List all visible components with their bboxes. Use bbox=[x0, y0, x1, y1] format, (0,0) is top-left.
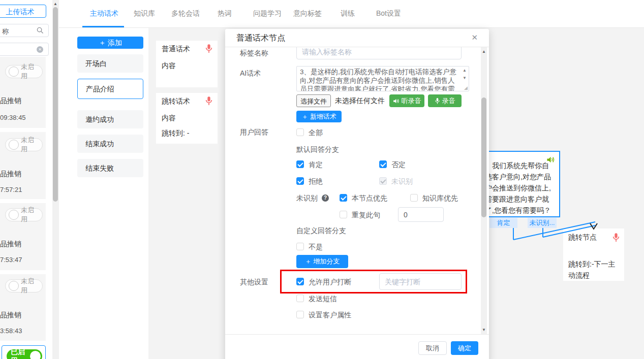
dialog-scrollbar[interactable]: ▲ ▼ bbox=[481, 47, 487, 334]
node-card-content: 内容 bbox=[162, 114, 176, 123]
mic-icon[interactable] bbox=[205, 96, 213, 106]
clear-icon[interactable]: ✕ bbox=[37, 46, 43, 53]
jump-node-title: 跳转节点 bbox=[568, 233, 597, 242]
plus-icon: ＋ bbox=[305, 257, 312, 265]
checkbox-repeat-label[interactable]: 重复此句 bbox=[352, 211, 380, 220]
jump-node-target: 跳转到:-下一主 bbox=[568, 260, 616, 269]
enable-toggle[interactable]: 未启用 bbox=[5, 65, 43, 78]
script-card-name: 品推销 bbox=[0, 96, 21, 106]
tab-question-learning[interactable]: 问题学习 bbox=[253, 9, 282, 18]
checkbox-kb-first-label[interactable]: 知识库优先 bbox=[422, 194, 458, 203]
listen-recording-button[interactable]: 听录音 bbox=[389, 94, 424, 107]
add-branch-button[interactable]: ＋ 增加分支 bbox=[296, 255, 348, 268]
tab-intent-label[interactable]: 意向标签 bbox=[293, 9, 322, 18]
script-card-name: 品推销 bbox=[0, 170, 21, 179]
enable-toggle[interactable]: 未启用 bbox=[5, 279, 43, 292]
script-card[interactable]: 未启用 品推销 3:58:43 bbox=[0, 274, 46, 341]
textarea-resize-handle[interactable]: ◢ bbox=[464, 85, 468, 90]
stage-item-end-fail[interactable]: 结束失败 bbox=[77, 159, 143, 177]
repeat-count-input[interactable] bbox=[398, 207, 444, 222]
confirm-button[interactable]: 确定 bbox=[451, 341, 478, 355]
stage-item-end-success[interactable]: 结束成功 bbox=[77, 135, 143, 153]
node-card-jump-target: 跳转到: - bbox=[162, 129, 189, 138]
plus-icon: ＋ bbox=[99, 39, 106, 47]
script-card[interactable]: 未启用 品推销 7:57:21 bbox=[0, 132, 46, 199]
node-card-normal[interactable]: 普通话术 内容 bbox=[156, 41, 218, 87]
choose-file-button[interactable]: 选择文件 bbox=[296, 94, 331, 107]
checkbox-node-first[interactable] bbox=[340, 194, 347, 202]
node-card-jump[interactable]: 跳转话术 内容 跳转到: - bbox=[156, 93, 218, 144]
cancel-button[interactable]: 取消 bbox=[418, 341, 447, 355]
upload-script-button[interactable]: 上传话术 bbox=[0, 5, 46, 18]
checkbox-allow-interrupt[interactable] bbox=[296, 278, 304, 285]
checkbox-refuse[interactable] bbox=[296, 177, 304, 185]
script-card-active[interactable]: 已启用 bbox=[2, 345, 46, 359]
mic-icon[interactable] bbox=[612, 233, 620, 243]
toggle-knob bbox=[9, 67, 19, 77]
node-card-title: 跳转话术 bbox=[162, 97, 190, 106]
toggle-label: 未启用 bbox=[21, 136, 39, 154]
tab-bot-settings[interactable]: Bot设置 bbox=[376, 9, 401, 18]
scroll-up-icon[interactable]: ▲ bbox=[52, 1, 58, 7]
checkbox-send-sms[interactable] bbox=[296, 295, 304, 302]
checkbox-node-first-label[interactable]: 本节点优先 bbox=[352, 194, 387, 203]
checkbox-customer-attr[interactable] bbox=[296, 311, 304, 318]
checkbox-all-label[interactable]: 全部 bbox=[309, 128, 323, 138]
record-button[interactable]: 录音 bbox=[428, 94, 462, 107]
script-card-name: 品推销 bbox=[0, 240, 21, 249]
scrollbar-thumb[interactable] bbox=[53, 7, 58, 202]
add-script-button[interactable]: ＋ 新增话术 bbox=[296, 111, 342, 122]
textarea-scroll-down-icon[interactable]: ▼ bbox=[463, 76, 467, 80]
checkbox-custom-no-label[interactable]: 不是 bbox=[309, 243, 323, 252]
checkbox-send-sms-label[interactable]: 发送短信 bbox=[309, 295, 337, 304]
interrupt-keyword-input[interactable] bbox=[379, 273, 462, 290]
checkbox-customer-attr-label[interactable]: 设置客户属性 bbox=[309, 311, 351, 320]
search-icon[interactable] bbox=[37, 27, 44, 34]
scroll-up-icon[interactable]: ▲ bbox=[481, 49, 487, 55]
enable-toggle-on[interactable]: 已启用 bbox=[7, 349, 42, 359]
enable-toggle[interactable]: 未启用 bbox=[5, 138, 43, 151]
stage-item-product-intro[interactable]: 产品介绍 bbox=[77, 79, 143, 99]
close-icon[interactable]: ✕ bbox=[471, 33, 478, 42]
top-navigation: 主动话术 知识库 多轮会话 热词 问题学习 意向标签 训练 Bot设置 bbox=[59, 0, 644, 28]
checkbox-positive-label[interactable]: 肯定 bbox=[309, 160, 323, 170]
enable-toggle[interactable]: 未启用 bbox=[5, 208, 43, 221]
checkbox-positive[interactable] bbox=[296, 160, 304, 168]
mic-icon[interactable] bbox=[205, 44, 213, 54]
checkbox-repeat[interactable] bbox=[340, 211, 347, 218]
checkbox-allow-interrupt-label[interactable]: 允许用户打断 bbox=[309, 278, 351, 287]
active-tab-underline bbox=[82, 26, 124, 27]
tab-training[interactable]: 训练 bbox=[341, 9, 355, 18]
script-card[interactable]: 未启用 品推销 09:38:45 bbox=[0, 57, 46, 128]
checkbox-custom-no[interactable] bbox=[296, 243, 304, 250]
flow-node-jump[interactable]: 跳转节点 跳转到:-下一主 动流程 bbox=[563, 229, 624, 281]
checkbox-kb-first[interactable] bbox=[410, 194, 418, 202]
tab-active-scripts[interactable]: 主动话术 bbox=[90, 9, 118, 18]
scrollbar-thumb[interactable] bbox=[481, 97, 486, 217]
help-icon[interactable]: ? bbox=[322, 194, 329, 202]
branch-tab-positive[interactable]: 肯定 bbox=[489, 218, 517, 228]
checkbox-refuse-label[interactable]: 拒绝 bbox=[309, 177, 323, 186]
textarea-scroll-up-icon[interactable]: ▲ bbox=[463, 68, 467, 73]
search-input[interactable]: 称 bbox=[0, 24, 49, 37]
script-card[interactable]: 未启用 品推销 7:53:47 bbox=[0, 203, 46, 270]
checkbox-all[interactable] bbox=[296, 128, 304, 136]
branch-tab-unrecognized[interactable]: 未识别... bbox=[528, 218, 557, 228]
add-stage-button[interactable]: ＋ 添加 bbox=[77, 37, 143, 49]
ai-script-textarea[interactable]: 3、是这样的,我们系统先帮你自动打电话筛选客户意向,对您产品有意向的客户会推送到… bbox=[296, 66, 469, 91]
stage-item-opening[interactable]: 开场白 bbox=[77, 54, 143, 73]
tab-knowledge-base[interactable]: 知识库 bbox=[134, 9, 155, 18]
jump-node-target: 动流程 bbox=[568, 271, 590, 280]
checkbox-negative-label[interactable]: 否定 bbox=[391, 160, 406, 170]
filter-input[interactable]: ✕ bbox=[0, 43, 49, 56]
ai-script-label: AI话术 bbox=[240, 69, 261, 78]
tab-hot-words[interactable]: 热词 bbox=[218, 9, 232, 18]
left-panel-scrollbar[interactable]: ▲ bbox=[52, 0, 59, 359]
tag-name-label: 标签名称 bbox=[240, 49, 268, 58]
other-settings-label: 其他设置 bbox=[240, 278, 268, 287]
scroll-down-icon[interactable]: ▼ bbox=[481, 327, 487, 333]
flow-node-script[interactable]: 我们系统先帮你自 选客户意向,对您产品 户会推送到你微信上, 需要跟进意向客户就… bbox=[478, 151, 560, 217]
tab-multi-turn[interactable]: 多轮会话 bbox=[171, 9, 200, 18]
stage-item-invite-success[interactable]: 邀约成功 bbox=[77, 110, 143, 128]
checkbox-negative[interactable] bbox=[379, 160, 387, 168]
